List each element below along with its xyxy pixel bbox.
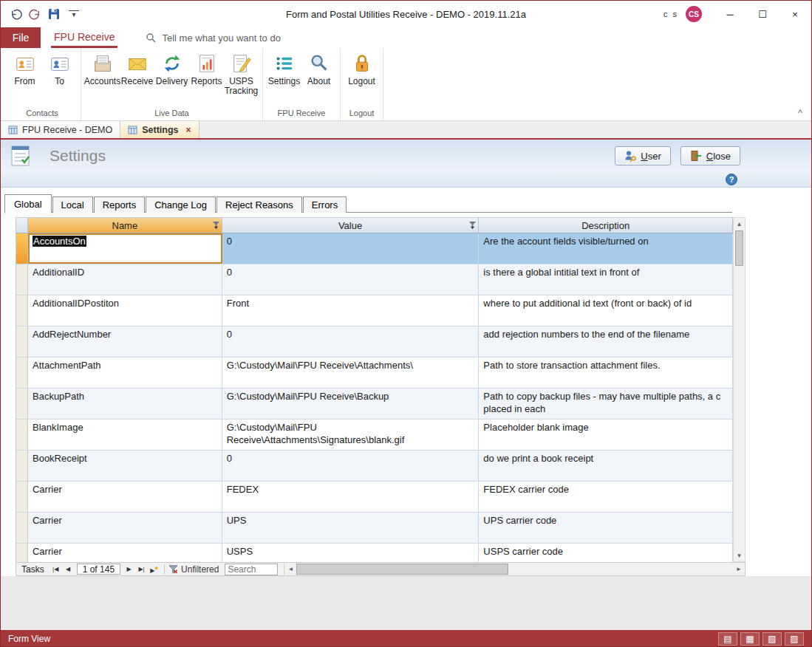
description-cell[interactable]: is there a global intitial text in front…	[479, 264, 733, 295]
to-button[interactable]: To	[42, 48, 77, 86]
scroll-up-icon[interactable]: ▲	[734, 218, 745, 230]
datasheet-view-icon[interactable]: ▦	[740, 632, 760, 646]
record-selector[interactable]	[16, 326, 28, 357]
record-selector[interactable]	[16, 388, 28, 419]
description-cell[interactable]: Placeholder blank image	[479, 420, 733, 450]
close-tab-icon[interactable]: ×	[186, 125, 191, 135]
description-cell[interactable]: UPS carrier code	[479, 513, 733, 543]
value-cell[interactable]: Front	[222, 295, 480, 326]
save-button[interactable]	[45, 4, 63, 24]
accounts-button[interactable]: Accounts	[85, 48, 120, 86]
user-button[interactable]: User	[615, 146, 670, 165]
usps-tracking-button[interactable]: USPS Tracking	[224, 48, 259, 96]
tab-fpu-receive[interactable]: FPU Receive	[51, 27, 117, 48]
value-cell[interactable]: USPS	[222, 544, 480, 562]
column-header-name[interactable]: Name	[28, 218, 222, 233]
record-selector[interactable]	[16, 451, 28, 481]
settings-button[interactable]: Settings	[267, 48, 301, 86]
logout-button[interactable]: Logout	[344, 48, 379, 86]
description-cell[interactable]: USPS carrier code	[479, 544, 733, 562]
undo-button[interactable]	[7, 4, 24, 24]
doc-tab-fpu-receive-demo[interactable]: FPU Receive - DEMO	[1, 121, 120, 138]
receive-button[interactable]: Receive	[120, 48, 154, 86]
value-cell[interactable]: UPS	[222, 513, 480, 543]
record-selector[interactable]	[16, 264, 28, 295]
record-selector[interactable]	[16, 482, 28, 512]
description-cell[interactable]: Path to copy backup files - may have mul…	[479, 388, 733, 419]
name-cell[interactable]: Carrier	[28, 544, 222, 562]
value-cell[interactable]: 0	[222, 233, 480, 264]
value-cell[interactable]: G:\Custody\Mail\FPU Receive\Attachments\…	[222, 420, 480, 450]
tell-me-search[interactable]: Tell me what you want to do	[146, 27, 280, 48]
value-cell[interactable]: 0	[222, 451, 480, 481]
vertical-scroll-track[interactable]	[734, 267, 745, 550]
value-cell[interactable]: G:\Custody\Mail\FPU Receive\Backup	[222, 388, 480, 419]
value-cell[interactable]: 0	[222, 264, 480, 295]
column-header-description[interactable]: Description	[479, 218, 733, 233]
search-input[interactable]	[225, 564, 278, 575]
last-record-button[interactable]: ▶|	[135, 566, 148, 572]
delivery-button[interactable]: Delivery	[154, 48, 189, 86]
description-cell[interactable]: do we print a book receipt	[479, 451, 733, 481]
scroll-left-icon[interactable]: ◄	[284, 563, 296, 575]
vertical-scrollbar[interactable]: ▲ ▼	[733, 217, 746, 562]
value-cell[interactable]: G:\Custody\Mail\FPU Receive\Attachments\	[222, 357, 480, 388]
design-view-icon[interactable]: ▨	[785, 632, 804, 646]
name-cell[interactable]: BookReceipt	[28, 451, 222, 481]
minimize-button[interactable]: ─	[714, 1, 746, 27]
record-position-box[interactable]: 1 of 145	[77, 564, 120, 575]
avatar[interactable]: CS	[686, 6, 702, 22]
tab-reports[interactable]: Reports	[94, 196, 146, 213]
name-cell[interactable]: Carrier	[28, 513, 222, 543]
tab-local[interactable]: Local	[52, 196, 93, 213]
scroll-right-icon[interactable]: ►	[733, 563, 745, 575]
tab-global[interactable]: Global	[4, 194, 52, 213]
layout-view-icon[interactable]: ▧	[762, 632, 782, 646]
value-cell[interactable]: 0	[222, 326, 480, 357]
vertical-scroll-thumb[interactable]	[735, 230, 743, 266]
tab-reject-reasons[interactable]: Reject Reasons	[216, 196, 302, 213]
description-cell[interactable]: Path to store transaction attachment fil…	[479, 357, 733, 388]
description-cell[interactable]: Are the account fields visible/turned on	[479, 233, 733, 264]
collapse-ribbon-button[interactable]: ^	[798, 109, 802, 117]
close-window-button[interactable]: ×	[779, 1, 811, 27]
filter-icon[interactable]	[212, 221, 220, 229]
previous-record-button[interactable]: ◀	[62, 566, 75, 572]
doc-tab-settings[interactable]: Settings ×	[120, 121, 199, 138]
tab-errors[interactable]: Errors	[303, 196, 347, 213]
file-tab[interactable]: File	[1, 27, 41, 48]
maximize-button[interactable]: ☐	[746, 1, 779, 27]
about-button[interactable]: About	[301, 48, 336, 86]
name-cell[interactable]: BackupPath	[28, 388, 222, 419]
column-header-value[interactable]: Value	[222, 218, 480, 233]
filter-icon[interactable]	[468, 221, 477, 229]
description-cell[interactable]: add rejection numbers to the end of the …	[479, 326, 733, 357]
name-cell[interactable]: AdditionalID	[28, 264, 222, 295]
from-button[interactable]: From	[7, 48, 42, 86]
record-selector[interactable]	[16, 233, 28, 264]
record-selector[interactable]	[16, 544, 28, 562]
close-form-button[interactable]: Close	[680, 146, 740, 165]
record-selector[interactable]	[16, 420, 28, 450]
qat-customize-button[interactable]: ▾	[64, 4, 82, 24]
name-cell[interactable]: AccountsOn	[28, 233, 222, 264]
first-record-button[interactable]: |◀	[50, 566, 62, 572]
reports-button[interactable]: Reports	[189, 48, 224, 86]
new-record-button[interactable]: ▶*	[148, 565, 160, 574]
next-record-button[interactable]: ▶	[123, 566, 135, 572]
redo-button[interactable]	[26, 4, 44, 24]
record-selector[interactable]	[16, 295, 28, 326]
name-cell[interactable]: AttachmentPath	[28, 357, 222, 388]
name-cell[interactable]: Carrier	[28, 482, 222, 512]
description-cell[interactable]: where to put additional id text (front o…	[479, 295, 733, 326]
record-selector[interactable]	[16, 357, 28, 388]
description-cell[interactable]: FEDEX carrier code	[479, 482, 733, 512]
help-icon[interactable]: ?	[726, 174, 737, 185]
name-cell[interactable]: AddRejectNumber	[28, 326, 222, 357]
scroll-down-icon[interactable]: ▼	[734, 550, 745, 561]
name-cell[interactable]: BlankImage	[28, 420, 222, 450]
record-selector[interactable]	[16, 513, 28, 543]
horizontal-scroll-thumb[interactable]	[296, 564, 508, 575]
tab-change-log[interactable]: Change Log	[146, 196, 216, 213]
filter-state-button[interactable]: Unfiltered	[168, 564, 219, 575]
